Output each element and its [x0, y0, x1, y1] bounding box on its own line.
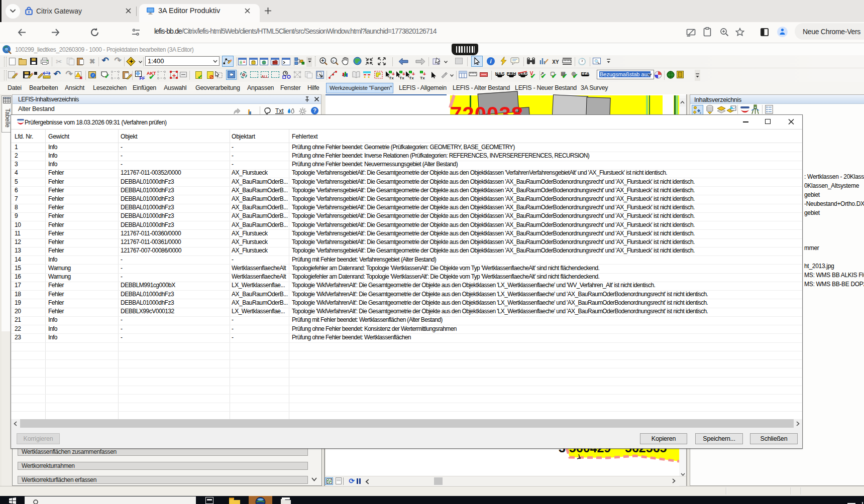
svg-text:+: +: [321, 58, 325, 63]
svg-text:-: -: [333, 58, 334, 63]
svg-text:?: ?: [46, 71, 48, 75]
